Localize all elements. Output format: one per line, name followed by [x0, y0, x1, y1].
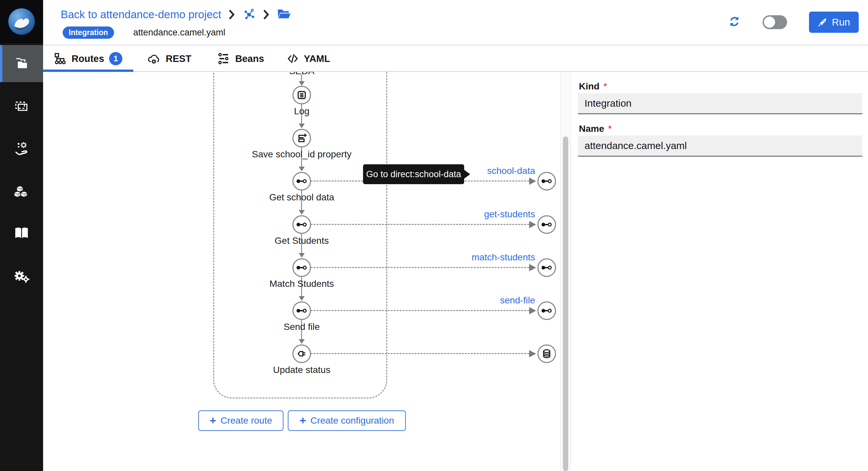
- step-node-log[interactable]: [292, 86, 311, 104]
- frame-icon: [14, 101, 29, 113]
- log-icon: [297, 90, 307, 100]
- refresh-icon[interactable]: [728, 15, 741, 29]
- tab-beans[interactable]: Beans: [206, 46, 276, 71]
- file-name-label: attendance.camel.yaml: [133, 28, 225, 38]
- step-node-get-school-data[interactable]: [292, 172, 311, 191]
- arrow-down-icon: [299, 210, 305, 215]
- routes-count-badge: 1: [109, 52, 122, 65]
- step-label: Log: [229, 106, 375, 116]
- sidebar-item-services[interactable]: [0, 130, 43, 167]
- name-label-text: Name: [579, 124, 604, 134]
- endpoint-node-send-file[interactable]: [537, 301, 556, 320]
- sidebar-item-knowledge[interactable]: [0, 215, 43, 252]
- arrow-right-icon: [529, 221, 536, 228]
- arrow-down-icon: [299, 81, 305, 86]
- endpoint-link-get-students[interactable]: get-students: [403, 209, 535, 220]
- active-tab-underline: [43, 70, 133, 72]
- direct-endpoint-icon: [296, 265, 307, 271]
- create-configuration-label: Create configuration: [310, 415, 394, 426]
- services-hand-gear-icon: [14, 141, 29, 155]
- step-label: Get school data: [229, 192, 375, 203]
- rocket-icon: [817, 17, 828, 27]
- endpoint-link-send-file[interactable]: send-file: [403, 295, 535, 306]
- tab-routes-label: Routes: [72, 53, 104, 64]
- app-logo: [0, 0, 43, 43]
- step-node-update-status[interactable]: [292, 344, 311, 363]
- sidebar-item-blocks[interactable]: [0, 173, 43, 210]
- run-button-label: Run: [832, 16, 850, 28]
- tab-routes[interactable]: Routes 1: [43, 46, 133, 71]
- tab-yaml[interactable]: YAML: [275, 46, 342, 71]
- routes-tree-icon: [54, 52, 67, 65]
- tab-yaml-label: YAML: [304, 53, 330, 64]
- create-route-label: Create route: [220, 415, 272, 426]
- left-sidebar: [0, 0, 43, 471]
- set-property-icon: [296, 133, 307, 144]
- file-meta-row: Integration attendance.camel.yaml: [63, 27, 225, 39]
- arrow-right-icon: [529, 307, 536, 314]
- endpoint-node-get-students[interactable]: [537, 215, 556, 234]
- dashed-connector: [311, 224, 529, 225]
- create-route-button[interactable]: + Create route: [198, 410, 283, 431]
- canvas-scrollbar-track: [560, 72, 571, 471]
- arrow-down-icon: [299, 296, 305, 301]
- required-asterisk: *: [603, 81, 607, 92]
- step-node-match-students[interactable]: [292, 258, 311, 277]
- arrow-down-icon: [299, 124, 305, 128]
- direct-endpoint-icon: [296, 178, 307, 184]
- arrow-right-icon: [529, 350, 536, 358]
- endpoint-link-match-students[interactable]: match-students: [403, 252, 535, 263]
- step-label: Get Students: [229, 236, 375, 246]
- integration-molecule-icon[interactable]: [242, 7, 256, 22]
- kind-field-label: Kind*: [579, 81, 607, 92]
- kind-input[interactable]: [578, 93, 862, 114]
- code-icon: [287, 53, 299, 65]
- step-node-save-property[interactable]: [292, 129, 311, 147]
- arrow-down-icon: [299, 339, 305, 344]
- beans-icon: [217, 52, 230, 65]
- endpoint-node-school-data[interactable]: [537, 172, 556, 191]
- projects-folders-icon: [14, 57, 29, 70]
- gears-icon: [13, 269, 30, 283]
- step-label: Update status: [229, 365, 375, 375]
- mode-toggle[interactable]: [763, 15, 787, 29]
- dashed-connector: [311, 310, 529, 311]
- direct-endpoint-icon: [296, 308, 307, 314]
- open-book-icon: [14, 227, 29, 239]
- breadcrumb: Back to attendance-demo project: [61, 7, 291, 22]
- sidebar-item-projects[interactable]: [0, 45, 43, 82]
- chevron-right-icon: [228, 10, 235, 19]
- endpoint-node-match-students[interactable]: [537, 258, 556, 277]
- endpoint-node-database[interactable]: [537, 344, 556, 363]
- step-label: Save school_id property: [229, 149, 375, 160]
- open-folder-icon[interactable]: [277, 8, 291, 21]
- plus-icon: +: [210, 415, 216, 426]
- create-configuration-button[interactable]: + Create configuration: [288, 410, 406, 431]
- arrow-down-icon: [299, 253, 305, 258]
- plus-icon: +: [300, 415, 306, 426]
- required-asterisk: *: [608, 124, 612, 134]
- plug-icon: [297, 348, 307, 359]
- sidebar-item-frames[interactable]: [0, 88, 43, 125]
- back-to-project-link[interactable]: Back to attendance-demo project: [61, 8, 221, 21]
- goto-tooltip: Go to direct:school-data: [363, 164, 464, 184]
- route-designer-canvas: SEDA Log Save school: [43, 72, 560, 471]
- sidebar-item-settings[interactable]: [0, 258, 43, 295]
- toggle-knob: [764, 16, 775, 28]
- step-label: Match Students: [229, 278, 375, 289]
- canvas-scrollbar-thumb[interactable]: [563, 136, 568, 471]
- kind-badge: Integration: [63, 27, 114, 39]
- tab-beans-label: Beans: [235, 53, 264, 64]
- database-icon: [541, 348, 552, 359]
- name-input[interactable]: [578, 135, 862, 157]
- tab-rest[interactable]: REST: [134, 46, 204, 71]
- step-node-get-students[interactable]: [292, 215, 311, 234]
- page-header: Back to attendance-demo project: [43, 0, 868, 44]
- arrow-right-icon: [529, 264, 536, 271]
- direct-endpoint-icon: [296, 222, 307, 228]
- building-blocks-icon: [14, 184, 29, 198]
- run-button[interactable]: Run: [809, 11, 859, 33]
- step-node-send-file[interactable]: [292, 301, 311, 320]
- step-label: Send file: [229, 322, 375, 332]
- properties-panel: Kind* Name*: [571, 72, 868, 471]
